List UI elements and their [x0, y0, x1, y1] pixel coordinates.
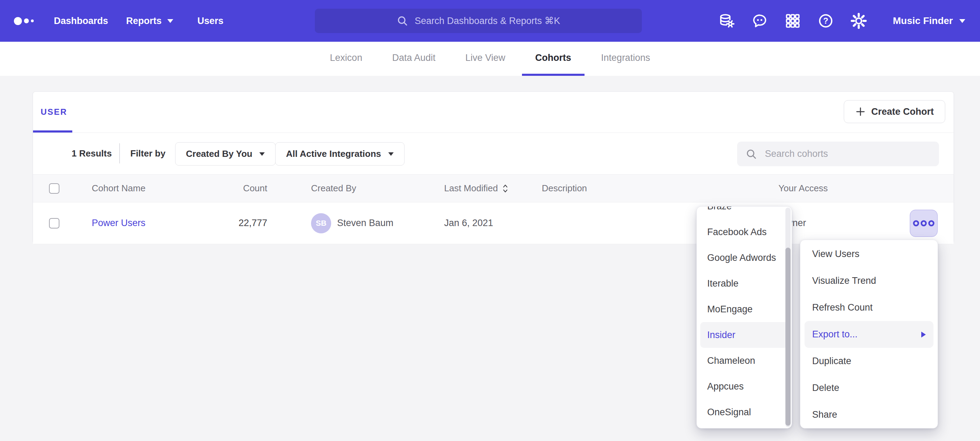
results-count: 1 Results [72, 133, 112, 174]
menu-item-refresh-count[interactable]: Refresh Count [800, 294, 938, 321]
plus-icon [855, 106, 865, 117]
col-header-last-modified[interactable]: Last Modified [444, 174, 508, 202]
export-destinations-menu: Braze Facebook Ads Google Adwords Iterab… [697, 206, 792, 428]
search-icon [396, 15, 408, 27]
select-all-checkbox[interactable] [49, 183, 59, 194]
project-name: Music Finder [893, 15, 953, 26]
nav-dashboards[interactable]: Dashboards [54, 0, 108, 42]
table-header-row: Cohort Name Count Created By Last Modifi… [33, 174, 954, 203]
tab-data-audit[interactable]: Data Audit [379, 42, 449, 76]
last-modified-label: Last Modified [444, 183, 498, 194]
logo-dot-small [31, 19, 34, 22]
triple-circle-icon [912, 219, 935, 227]
nav-users[interactable]: Users [197, 0, 223, 42]
col-header-count: Count [198, 174, 267, 202]
logo-dot-large [14, 17, 22, 25]
menu-item-iterable[interactable]: Iterable [697, 271, 792, 296]
cohort-search-input[interactable] [764, 148, 931, 160]
nav-users-label: Users [197, 16, 223, 26]
feedback-icon[interactable] [752, 13, 768, 29]
nav-dashboards-label: Dashboards [54, 16, 108, 26]
col-header-your-access: Your Access [778, 174, 828, 202]
menu-item-insider[interactable]: Insider [700, 322, 788, 348]
global-search-placeholder: Search Dashboards & Reports ⌘K [415, 15, 560, 26]
menu-item-view-users[interactable]: View Users [800, 241, 938, 267]
topbar-actions: ? [719, 0, 966, 42]
cohort-type-tab-user[interactable]: USER [41, 107, 67, 117]
submenu-arrow-icon [921, 331, 926, 337]
col-header-description: Description [542, 174, 587, 202]
create-cohort-label: Create Cohort [871, 106, 934, 117]
nav-reports-label: Reports [126, 16, 162, 26]
menu-item-onesignal[interactable]: OneSignal [697, 399, 792, 425]
help-icon[interactable]: ? [818, 13, 834, 29]
chevron-down-icon [167, 19, 173, 23]
cohort-search-box [737, 142, 939, 166]
last-modified-value: Jan 6, 2021 [444, 203, 493, 244]
row-checkbox[interactable] [49, 218, 59, 228]
tab-cohorts[interactable]: Cohorts [522, 42, 584, 76]
cohort-name-link[interactable]: Power Users [92, 218, 146, 228]
filter-by-label: Filter by [130, 133, 165, 174]
menu-item-visualize-trend[interactable]: Visualize Trend [800, 267, 938, 294]
created-by-name: Steven Baum [337, 203, 393, 244]
row-actions-context-menu: View Users Visualize Trend Refresh Count… [800, 240, 938, 428]
top-navigation-bar: Dashboards Reports Users Search Dashboar… [0, 0, 980, 42]
menu-item-chameleon[interactable]: Chameleon [697, 348, 792, 374]
export-to-label: Export to... [812, 329, 858, 340]
menu-item-delete[interactable]: Delete [800, 375, 938, 401]
chevron-down-icon [959, 19, 966, 23]
global-search-button[interactable]: Search Dashboards & Reports ⌘K [315, 9, 642, 33]
section-tabbar: Lexicon Data Audit Live View Cohorts Int… [0, 42, 980, 76]
nav-reports[interactable]: Reports [126, 0, 173, 42]
integrations-filter-dropdown[interactable]: All Active Integrations [275, 142, 404, 166]
submenu-scrollbar-thumb[interactable] [785, 248, 791, 426]
tab-live-view[interactable]: Live View [452, 42, 519, 76]
col-header-created-by: Created By [311, 174, 356, 202]
menu-item-export-to[interactable]: Export to... [805, 321, 934, 348]
avatar: SB [311, 213, 331, 233]
cohorts-card: USER Create Cohort 1 Results Filter by C… [33, 91, 954, 243]
created-by-filter-value: Created By You [186, 149, 252, 159]
sort-icon [502, 183, 508, 194]
create-cohort-button[interactable]: Create Cohort [844, 100, 945, 123]
mixpanel-logo[interactable] [14, 0, 34, 42]
project-switcher[interactable]: Music Finder [893, 15, 966, 26]
menu-item-appcues[interactable]: Appcues [697, 374, 792, 399]
tab-integrations[interactable]: Integrations [588, 42, 663, 76]
settings-gear-icon[interactable] [851, 13, 867, 29]
cohorts-page: Dashboards Reports Users Search Dashboar… [0, 0, 980, 441]
divider [119, 143, 120, 163]
tab-lexicon[interactable]: Lexicon [317, 42, 375, 76]
chevron-down-icon [259, 152, 265, 156]
cohort-count: 22,777 [239, 218, 267, 228]
row-more-actions-button[interactable] [910, 210, 938, 237]
data-management-icon[interactable] [719, 13, 735, 29]
table-row: Power Users 22,777 SB Steven Baum Jan 6,… [33, 203, 954, 244]
chevron-down-icon [388, 152, 394, 156]
logo-dot-medium [24, 18, 29, 23]
search-icon [745, 148, 757, 160]
integrations-filter-value: All Active Integrations [286, 149, 381, 159]
menu-item-duplicate[interactable]: Duplicate [800, 348, 938, 375]
created-by-filter-dropdown[interactable]: Created By You [175, 142, 275, 166]
apps-grid-icon[interactable] [785, 13, 801, 29]
submenu-scrollbar-track[interactable] [785, 208, 791, 427]
menu-item-facebook-ads[interactable]: Facebook Ads [697, 219, 792, 245]
col-header-cohort-name: Cohort Name [92, 174, 146, 202]
menu-item-braze[interactable]: Braze [697, 206, 792, 219]
divider [33, 133, 954, 133]
menu-item-moengage[interactable]: MoEngage [697, 296, 792, 322]
menu-item-google-adwords[interactable]: Google Adwords [697, 245, 792, 271]
menu-item-share[interactable]: Share [800, 401, 938, 428]
svg-text:?: ? [823, 16, 829, 26]
